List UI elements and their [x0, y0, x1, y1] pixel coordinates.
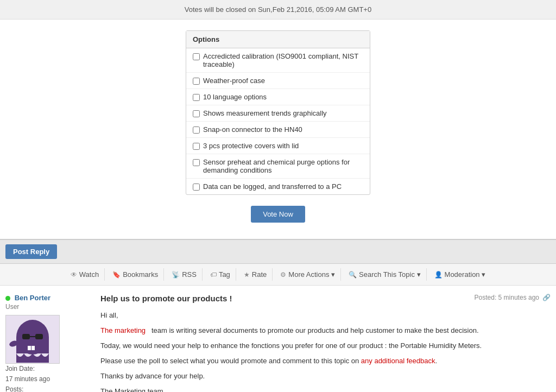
join-date: Join Date: 17 minutes ago [5, 364, 92, 384]
poll-checkbox-2[interactable] [193, 78, 200, 85]
star-icon: ★ [244, 271, 250, 279]
poll-section: Options Accredicted calibration (ISO9001… [0, 20, 556, 239]
poll-checkbox-8[interactable] [193, 184, 200, 191]
poll-option-label: 10 language options [203, 93, 267, 101]
rss-icon: 📡 [172, 271, 180, 279]
svg-rect-1 [16, 337, 49, 353]
post-area: Ben Porter User [0, 286, 556, 392]
poll-option-label: Accredicted calibration (ISO9001 complia… [203, 52, 363, 68]
svg-rect-6 [28, 346, 31, 350]
user-role: User [5, 303, 92, 311]
toolbar-rss-label: RSS [182, 270, 197, 279]
poll-option-label: Snap-on connector to the HN40 [203, 125, 302, 134]
posts-count: Posts: 1 [5, 384, 92, 392]
poll-option: Accredicted calibration (ISO9001 complia… [186, 48, 370, 73]
poll-box: Options Accredicted calibration (ISO9001… [186, 30, 370, 195]
post-body: Hi all, The marketing team is writing se… [100, 309, 551, 392]
poll-checkbox-4[interactable] [193, 110, 200, 117]
toolbar-bookmarks-label: Bookmarks [123, 270, 158, 279]
username-text: Ben Porter [15, 294, 50, 302]
poll-checkbox-6[interactable] [193, 143, 200, 150]
user-info: Ben Porter User [5, 294, 92, 392]
eye-icon: 👁 [71, 271, 77, 279]
post-title: Help us to promote our products ! [100, 294, 232, 303]
toolbar-tag-label: Tag [219, 270, 230, 279]
poll-option-label: Weather-proof case [203, 77, 265, 85]
poll-option-label: Data can be logged, and transferred to a… [203, 182, 342, 191]
poll-option-label: Shows measurement trends graphically [203, 109, 327, 117]
poll-option-label: 3 pcs protective covers with lid [203, 142, 299, 150]
toolbar-moderation-label: Moderation ▾ [445, 270, 486, 279]
post-line-3: Today, we would need your help to enhanc… [100, 340, 551, 352]
toolbar-rss[interactable]: 📡 RSS [166, 268, 203, 281]
username: Ben Porter [5, 294, 92, 302]
moderation-icon: 👤 [434, 271, 443, 279]
svg-rect-2 [22, 334, 30, 339]
poll-option: 3 pcs protective covers with lid [186, 138, 370, 154]
poll-box-header: Options [186, 31, 370, 48]
toolbar-tag[interactable]: 🏷 Tag [205, 268, 236, 281]
post-reply-button[interactable]: Post Reply [5, 244, 57, 259]
poll-option: Weather-proof case [186, 73, 370, 89]
poll-option: 10 language options [186, 89, 370, 105]
svg-rect-3 [35, 334, 43, 339]
bookmark-icon: 🔖 [112, 271, 121, 279]
post-permalink-icon[interactable]: 🔗 [542, 294, 551, 301]
toolbar-rate[interactable]: ★ Rate [238, 268, 273, 281]
post-line-4: Please use the poll to select what you w… [100, 355, 551, 367]
toolbar-search-topic-label: Search This Topic ▾ [359, 270, 420, 279]
post-reply-bar: Post Reply [0, 239, 556, 264]
tag-icon: 🏷 [210, 271, 217, 279]
post-content: Help us to promote our products ! Posted… [100, 294, 551, 392]
votes-banner-text: Votes will be closed on Sun,Feb 21,2016,… [185, 5, 371, 14]
poll-checkbox-7[interactable] [193, 159, 200, 166]
search-icon: 🔍 [349, 271, 357, 279]
post-line-6: The Marketing team [100, 385, 551, 392]
toolbar-more-actions[interactable]: ⚙ More Actions ▾ [275, 268, 341, 281]
toolbar-moderation[interactable]: 👤 Moderation ▾ [429, 268, 491, 281]
toolbar-watch-label: Watch [79, 270, 99, 279]
poll-checkbox-1[interactable] [193, 53, 200, 60]
post-header: Help us to promote our products ! Posted… [100, 294, 551, 303]
toolbar-more-actions-label: More Actions ▾ [288, 270, 335, 279]
post-meta: Posted: 5 minutes ago 🔗 [475, 294, 551, 301]
poll-option: Sensor preheat and chemical purge option… [186, 154, 370, 179]
action-toolbar: 👁 Watch 🔖 Bookmarks 📡 RSS 🏷 Tag ★ Rate ⚙… [0, 264, 556, 286]
online-indicator [5, 296, 10, 301]
poll-option: Snap-on connector to the HN40 [186, 122, 370, 138]
vote-now-button[interactable]: Vote Now [251, 206, 305, 223]
user-meta: Join Date: 17 minutes ago Posts: 1 Last … [5, 364, 92, 392]
vote-btn-row: Vote Now [130, 195, 426, 228]
poll-option: Shows measurement trends graphically [186, 105, 370, 122]
toolbar-rate-label: Rate [252, 270, 267, 279]
poll-option: Data can be logged, and transferred to a… [186, 179, 370, 194]
post-line-1: Hi all, [100, 309, 551, 321]
toolbar-watch[interactable]: 👁 Watch [65, 268, 105, 281]
post-line-5: Thanks by advance for your help. [100, 370, 551, 382]
poll-option-label: Sensor preheat and chemical purge option… [203, 158, 363, 174]
avatar [5, 315, 60, 364]
poll-checkbox-5[interactable] [193, 127, 200, 134]
toolbar-search-topic[interactable]: 🔍 Search This Topic ▾ [343, 268, 426, 281]
votes-banner: Votes will be closed on Sun,Feb 21,2016,… [0, 0, 556, 20]
post-line-2: The marketing team is writing several do… [100, 325, 551, 337]
poll-checkbox-3[interactable] [193, 94, 200, 101]
more-actions-icon: ⚙ [280, 271, 286, 279]
toolbar-bookmarks[interactable]: 🔖 Bookmarks [107, 268, 164, 281]
svg-rect-7 [31, 346, 35, 350]
post-timestamp: Posted: 5 minutes ago [475, 294, 539, 301]
poll-options: Accredicted calibration (ISO9001 complia… [186, 48, 370, 194]
